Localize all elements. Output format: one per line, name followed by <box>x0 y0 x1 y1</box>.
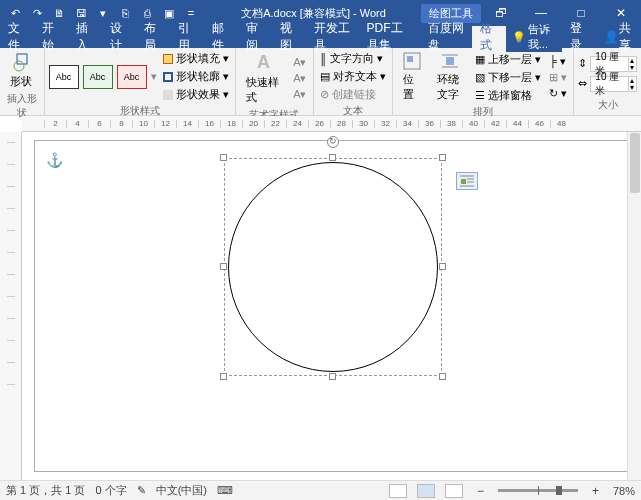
tab-format[interactable]: 格式 <box>472 26 506 48</box>
tab-references[interactable]: 引用 <box>170 26 204 48</box>
language-indicator[interactable]: 中文(中国) <box>156 483 207 498</box>
page-indicator[interactable]: 第 1 页，共 1 页 <box>6 483 85 498</box>
quick-styles-button[interactable]: A 快速样式 <box>240 50 288 107</box>
vertical-ruler[interactable] <box>0 132 22 480</box>
web-layout-icon[interactable] <box>445 484 463 498</box>
window-title: 文档A.docx [兼容模式] - Word <box>206 6 421 21</box>
tab-review[interactable]: 审阅 <box>238 26 272 48</box>
tab-pdf[interactable]: PDF工具集 <box>359 26 420 48</box>
quick-styles-label: 快速样式 <box>246 75 282 105</box>
view-icon[interactable]: ▣ <box>160 4 178 22</box>
tab-layout[interactable]: 布局 <box>136 26 170 48</box>
group-arrange: 位置 环绕文字 ▦上移一层 ▾ ▧下移一层 ▾ ☰选择窗格 ╞ ▾ ⊞ ▾ ↻ … <box>393 48 575 115</box>
tab-mailings[interactable]: 邮件 <box>204 26 238 48</box>
style-preset-1[interactable]: Abc <box>49 65 79 89</box>
resize-handle-se[interactable] <box>439 373 446 380</box>
align-text-button[interactable]: ▤对齐文本 ▾ <box>318 68 388 85</box>
layout-options-button[interactable] <box>456 172 478 190</box>
svg-rect-7 <box>461 179 466 184</box>
position-button[interactable]: 位置 <box>397 50 427 104</box>
shapes-label: 形状 <box>10 74 32 89</box>
document-area: ⚓ <box>0 132 641 480</box>
align-icon[interactable]: ╞ ▾ <box>547 54 569 69</box>
style-preset-3[interactable]: Abc <box>117 65 147 89</box>
read-mode-icon[interactable] <box>389 484 407 498</box>
shape-effects-button[interactable]: 形状效果 ▾ <box>161 86 231 103</box>
shape-fill-button[interactable]: 形状填充 ▾ <box>161 50 231 67</box>
ribbon-tabs: 文件 开始 插入 设计 布局 引用 邮件 审阅 视图 开发工具 PDF工具集 百… <box>0 26 641 48</box>
zoom-percent[interactable]: 78% <box>613 485 635 497</box>
text-fill-icon[interactable]: A▾ <box>291 55 308 70</box>
text-outline-icon[interactable]: A▾ <box>291 71 308 86</box>
width-input[interactable]: 10 厘米▴▾ <box>590 76 637 92</box>
resize-handle-sw[interactable] <box>220 373 227 380</box>
shape-outline-button[interactable]: 形状轮廓 ▾ <box>161 68 231 85</box>
create-link-button: ⊘创建链接 <box>318 86 388 103</box>
group-insert-shapes: 形状 插入形状 <box>0 48 45 115</box>
ribbon: 形状 插入形状 Abc Abc Abc ▾ 形状填充 ▾ 形状轮廓 ▾ 形状效果… <box>0 48 641 116</box>
print-layout-icon[interactable] <box>417 484 435 498</box>
anchor-icon: ⚓ <box>46 152 63 168</box>
rotate-icon[interactable]: ↻ ▾ <box>547 86 569 101</box>
selected-shape[interactable] <box>224 158 442 376</box>
bring-forward-button[interactable]: ▦上移一层 ▾ <box>473 51 543 68</box>
doc-title: 文档A.docx [兼容模式] - Word <box>241 6 386 21</box>
shapes-button[interactable]: 形状 <box>4 50 38 91</box>
rotation-handle[interactable] <box>327 136 339 148</box>
scrollbar-thumb[interactable] <box>630 133 640 193</box>
resize-handle-w[interactable] <box>220 263 227 270</box>
selection-pane-button[interactable]: ☰选择窗格 <box>473 87 543 104</box>
horizontal-ruler[interactable]: 2468101214161820222426283032343638404244… <box>22 116 641 132</box>
spellcheck-icon[interactable]: ✎ <box>137 484 146 497</box>
tab-design[interactable]: 设计 <box>102 26 136 48</box>
zoom-slider[interactable] <box>498 489 578 492</box>
circle-shape[interactable] <box>228 162 438 372</box>
group-size: ⇕10 厘米▴▾ ⇔10 厘米▴▾ 大小 <box>574 48 641 115</box>
tab-baidu[interactable]: 百度网盘 <box>420 26 472 48</box>
height-icon: ⇕ <box>578 57 587 70</box>
svg-point-1 <box>14 61 24 71</box>
quick-access-toolbar: ↶ ↷ 🗎 🖫 ▾ ⎘ ⎙ ▣ = <box>0 4 206 22</box>
tab-home[interactable]: 开始 <box>34 26 68 48</box>
zoom-out-button[interactable]: − <box>473 484 488 498</box>
gallery-more-icon[interactable]: ▾ <box>151 70 157 83</box>
tab-file[interactable]: 文件 <box>0 26 34 48</box>
login-link[interactable]: 登录 <box>562 26 596 48</box>
text-direction-button[interactable]: ║文字方向 ▾ <box>318 50 388 67</box>
zoom-thumb[interactable] <box>556 486 562 495</box>
send-backward-button[interactable]: ▧下移一层 ▾ <box>473 69 543 86</box>
resize-handle-e[interactable] <box>439 263 446 270</box>
group-icon: ⊞ ▾ <box>547 70 569 85</box>
group-label: 大小 <box>578 97 637 113</box>
text-effects-icon[interactable]: A▾ <box>291 87 308 102</box>
zoom-in-button[interactable]: + <box>588 484 603 498</box>
tab-view[interactable]: 视图 <box>272 26 306 48</box>
group-text: ║文字方向 ▾ ▤对齐文本 ▾ ⊘创建链接 文本 <box>314 48 393 115</box>
status-bar: 第 1 页，共 1 页 0 个字 ✎ 中文(中国) ⌨ − + 78% <box>0 480 641 500</box>
style-preset-2[interactable]: Abc <box>83 65 113 89</box>
share-button[interactable]: 👤共享 <box>596 26 641 48</box>
svg-rect-4 <box>446 57 454 65</box>
group-wordart-styles: A 快速样式 A▾ A▾ A▾ 艺术字样式 <box>236 48 314 115</box>
tab-developer[interactable]: 开发工具 <box>306 26 358 48</box>
width-icon: ⇔ <box>578 77 587 90</box>
resize-handle-s[interactable] <box>329 373 336 380</box>
svg-rect-3 <box>407 56 413 62</box>
page-canvas[interactable]: ⚓ <box>34 140 629 472</box>
wrap-text-button[interactable]: 环绕文字 <box>431 50 470 104</box>
resize-handle-n[interactable] <box>329 154 336 161</box>
word-count[interactable]: 0 个字 <box>95 483 126 498</box>
tab-insert[interactable]: 插入 <box>68 26 102 48</box>
vertical-scrollbar[interactable] <box>627 132 641 480</box>
group-shape-styles: Abc Abc Abc ▾ 形状填充 ▾ 形状轮廓 ▾ 形状效果 ▾ 形状样式 <box>45 48 236 115</box>
input-mode-icon[interactable]: ⌨ <box>217 484 233 497</box>
resize-handle-ne[interactable] <box>439 154 446 161</box>
resize-handle-nw[interactable] <box>220 154 227 161</box>
